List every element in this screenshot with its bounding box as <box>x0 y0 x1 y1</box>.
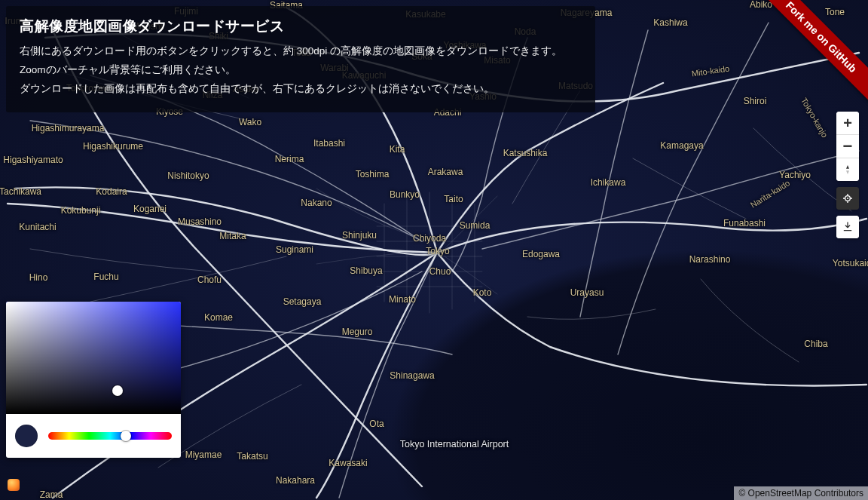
panel-line-3: ダウンロードした画像は再配布も含めて自由ですが、右下にあるクレジットは消さないで… <box>20 81 582 97</box>
geolocate-button[interactable] <box>836 187 859 210</box>
panel-line-1: 右側にあるダウンロード用のボタンをクリックすると、約 300dpi の高解像度の… <box>20 44 582 60</box>
panel-line-2: Zoomのバーチャル背景等にご利用ください。 <box>20 63 582 78</box>
hue-thumb[interactable] <box>121 431 131 441</box>
hue-slider[interactable] <box>48 432 172 440</box>
map-controls: + − <box>836 112 859 238</box>
panel-title: 高解像度地図画像ダウンロードサービス <box>20 17 582 36</box>
zoom-in-button[interactable]: + <box>836 112 859 135</box>
compass-icon <box>842 164 854 176</box>
current-color-swatch <box>15 425 38 447</box>
provider-logo[interactable] <box>8 479 20 491</box>
color-picker <box>6 302 181 458</box>
download-control-group <box>836 216 859 238</box>
geolocate-control-group <box>836 187 859 210</box>
download-button[interactable] <box>836 216 859 238</box>
svg-point-1 <box>847 198 848 199</box>
download-icon <box>842 221 854 233</box>
crosshair-icon <box>842 192 854 204</box>
zoom-control-group: + − <box>836 112 859 181</box>
sv-thumb[interactable] <box>112 385 123 396</box>
saturation-value-field[interactable] <box>6 302 181 414</box>
info-panel: 高解像度地図画像ダウンロードサービス 右側にあるダウンロード用のボタンをクリック… <box>6 6 595 112</box>
reset-bearing-button[interactable] <box>836 158 859 181</box>
sv-val-layer <box>6 302 181 414</box>
zoom-out-button[interactable]: − <box>836 135 859 158</box>
map-attribution[interactable]: © OpenStreetMap Contributors <box>734 486 868 500</box>
